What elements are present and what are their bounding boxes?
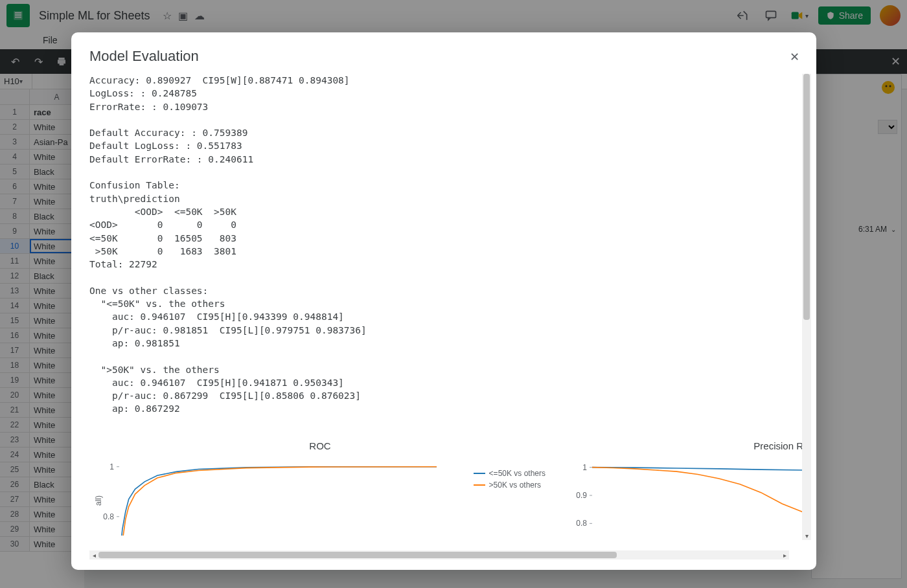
svg-text:0.9: 0.9	[576, 491, 587, 500]
roc-legend: <=50K vs others >50K vs others	[474, 469, 545, 492]
svg-text:0.8: 0.8	[103, 512, 114, 521]
svg-text:1: 1	[582, 463, 587, 472]
svg-text:1: 1	[109, 462, 114, 471]
vertical-scrollbar[interactable]: ▴ ▾	[802, 74, 811, 540]
scroll-right-arrow-icon[interactable]: ▸	[780, 550, 789, 560]
scrollbar-thumb[interactable]	[803, 74, 810, 320]
modal-title: Model Evaluation	[89, 48, 199, 65]
scrollbar-thumb[interactable]	[98, 552, 617, 558]
legend-label: >50K vs others	[489, 481, 541, 490]
pr-chart-title: Precision R	[573, 440, 806, 451]
pr-chart: Precision R 0.80.91	[573, 440, 806, 536]
roc-chart: ROC 0.81all) <=50K vs others >50K vs oth…	[93, 440, 547, 536]
roc-chart-title: ROC	[93, 440, 547, 451]
evaluation-text: Accuracy: 0.890927 CI95[W][0.887471 0.89…	[89, 74, 811, 429]
horizontal-scrollbar[interactable]: ◂ ▸	[89, 550, 789, 560]
svg-text:all): all)	[94, 495, 103, 506]
evaluation-modal: Model Evaluation ✕ Accuracy: 0.890927 CI…	[71, 32, 816, 570]
close-icon[interactable]: ✕	[785, 48, 803, 66]
svg-text:0.8: 0.8	[576, 519, 587, 528]
scroll-down-arrow-icon[interactable]: ▾	[802, 531, 811, 540]
scroll-left-arrow-icon[interactable]: ◂	[89, 550, 98, 560]
legend-label: <=50K vs others	[489, 469, 545, 478]
